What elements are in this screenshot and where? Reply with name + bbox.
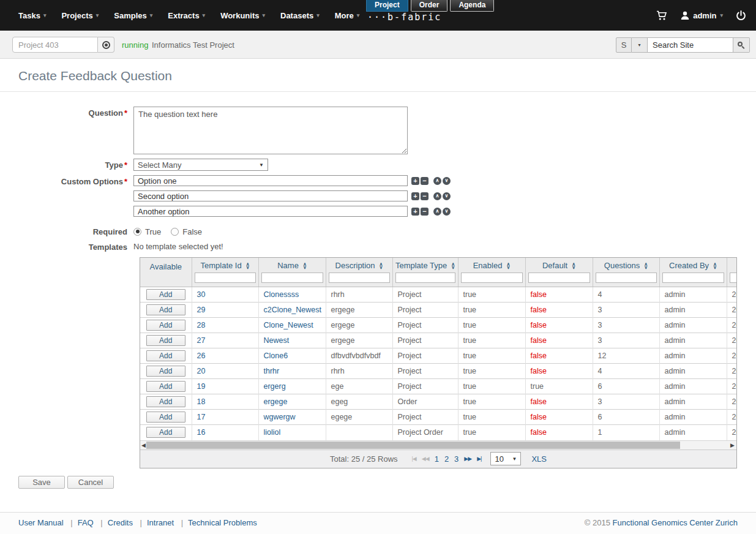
custom-option-input[interactable] (133, 190, 408, 201)
page-number-link[interactable]: 1 (435, 454, 439, 464)
move-option-down-icon[interactable]: ∨ (443, 208, 451, 216)
template-name-link[interactable]: wgwergw (264, 413, 296, 421)
filter-questions-input[interactable] (596, 273, 657, 283)
remove-option-icon[interactable]: − (421, 192, 429, 200)
template-name-link[interactable]: Newest (264, 336, 290, 345)
template-name-link[interactable]: Clone6 (264, 352, 288, 360)
template-name-link[interactable]: thrhr (264, 367, 280, 375)
sort-default[interactable]: Default∧∨ (528, 259, 590, 273)
filter-name-input[interactable] (261, 273, 323, 283)
save-button[interactable]: Save (18, 476, 65, 489)
template-id-link[interactable]: 18 (197, 397, 206, 406)
filter-enabled-input[interactable] (461, 273, 523, 283)
page-size-select[interactable]: 10 ▼ (490, 452, 521, 465)
nav-menu-item[interactable]: Tasks ▾ (18, 11, 46, 20)
last-page-icon[interactable]: ▶| (477, 456, 481, 462)
add-template-button[interactable]: Add (146, 320, 185, 331)
sort-template-type[interactable]: Template Type∧∨ (395, 259, 455, 273)
add-template-button[interactable]: Add (146, 289, 185, 300)
scroll-left-icon[interactable]: ◀ (141, 442, 146, 449)
template-id-link[interactable]: 20 (197, 367, 206, 375)
add-template-button[interactable]: Add (146, 335, 185, 346)
type-select[interactable]: Select Many ▼ (133, 159, 268, 171)
nav-menu-item[interactable]: Workunits ▾ (220, 11, 265, 20)
sort-template-id[interactable]: Template Id∧∨ (195, 259, 256, 273)
add-template-button[interactable]: Add (146, 396, 185, 407)
remove-option-icon[interactable]: − (421, 208, 429, 216)
add-option-icon[interactable]: + (411, 177, 419, 185)
project-go-button[interactable] (98, 37, 114, 53)
template-id-link[interactable]: 29 (197, 306, 206, 314)
add-template-button[interactable]: Add (146, 350, 185, 361)
filter-clipped-input[interactable] (730, 273, 737, 283)
filter-default-input[interactable] (528, 273, 590, 283)
filter-template-type-input[interactable] (395, 273, 455, 283)
template-name-link[interactable]: Clone_Newest (264, 321, 313, 329)
template-name-link[interactable]: ergerg (264, 382, 286, 391)
logout-power-icon[interactable] (736, 10, 746, 21)
template-name-link[interactable]: Clonessss (264, 290, 299, 299)
move-option-down-icon[interactable]: ∨ (443, 177, 451, 185)
move-option-up-icon[interactable]: ∧ (433, 177, 441, 185)
search-scope-caret-button[interactable]: ▾ (632, 37, 648, 53)
add-template-button[interactable]: Add (146, 304, 185, 315)
filter-description-input[interactable] (329, 273, 390, 283)
nav-menu-item[interactable]: Extracts ▾ (168, 11, 205, 20)
nav-menu-item[interactable]: Projects ▾ (61, 11, 99, 20)
sort-name[interactable]: Name∧∨ (261, 259, 323, 273)
sort-questions[interactable]: Questions∧∨ (596, 259, 657, 273)
first-page-icon[interactable]: |◀ (412, 456, 416, 462)
template-id-link[interactable]: 16 (197, 428, 206, 437)
cancel-button[interactable]: Cancel (67, 476, 114, 489)
tab-agenda[interactable]: Agenda (450, 0, 494, 12)
org-link[interactable]: Functional Genomics Center Zurich (613, 518, 738, 527)
footer-link[interactable]: FAQ (78, 518, 94, 527)
move-option-down-icon[interactable]: ∨ (443, 192, 451, 200)
custom-option-input[interactable] (133, 175, 408, 186)
scroll-right-icon[interactable]: ▶ (730, 442, 735, 449)
nav-menu-item[interactable]: More ▾ (335, 11, 360, 20)
tab-project[interactable]: Project (366, 0, 408, 12)
move-option-up-icon[interactable]: ∧ (433, 192, 441, 200)
footer-link[interactable]: Credits (108, 518, 133, 527)
add-option-icon[interactable]: + (411, 192, 419, 200)
template-name-link[interactable]: lioliol (264, 428, 281, 437)
footer-link[interactable]: Intranet (147, 518, 174, 527)
question-textarea[interactable]: The question text here (133, 107, 408, 154)
search-submit-button[interactable] (733, 37, 750, 53)
add-template-button[interactable]: Add (146, 427, 185, 438)
template-id-link[interactable]: 26 (197, 352, 206, 360)
add-template-button[interactable]: Add (146, 366, 185, 377)
template-id-link[interactable]: 28 (197, 321, 206, 329)
add-option-icon[interactable]: + (411, 208, 419, 216)
required-true-radio[interactable] (133, 228, 141, 236)
template-name-link[interactable]: ergege (264, 397, 288, 406)
sort-enabled[interactable]: Enabled∧∨ (461, 259, 523, 273)
required-false-radio[interactable] (171, 228, 179, 236)
page-number-link[interactable]: 2 (444, 454, 449, 464)
cart-icon[interactable] (656, 10, 668, 21)
template-id-link[interactable]: 30 (197, 290, 206, 299)
sort-created-by[interactable]: Created By∧∨ (662, 259, 724, 273)
template-name-link[interactable]: c2Clone_Newest (264, 306, 322, 314)
export-xls-link[interactable]: XLS (531, 454, 547, 464)
custom-option-input[interactable] (133, 206, 408, 217)
user-menu[interactable]: admin ▾ (681, 11, 723, 20)
prev-page-icon[interactable]: ◀◀ (422, 456, 429, 462)
filter-created-input[interactable] (662, 273, 724, 283)
add-template-button[interactable]: Add (146, 412, 185, 423)
search-scope-button[interactable]: S (616, 37, 632, 53)
sort-description[interactable]: Description∧∨ (329, 259, 390, 273)
next-page-icon[interactable]: ▶▶ (464, 456, 471, 462)
add-template-button[interactable]: Add (146, 381, 185, 392)
project-id-input[interactable] (12, 37, 98, 53)
scrollbar-thumb[interactable] (146, 442, 680, 449)
nav-menu-item[interactable]: Datasets ▾ (280, 11, 320, 20)
page-number-link[interactable]: 3 (454, 454, 458, 464)
footer-link[interactable]: User Manual (18, 518, 64, 527)
filter-template-id-input[interactable] (195, 273, 256, 283)
nav-menu-item[interactable]: Samples ▾ (114, 11, 152, 20)
template-id-link[interactable]: 19 (197, 382, 206, 391)
template-id-link[interactable]: 17 (197, 413, 206, 421)
template-id-link[interactable]: 27 (197, 336, 206, 345)
